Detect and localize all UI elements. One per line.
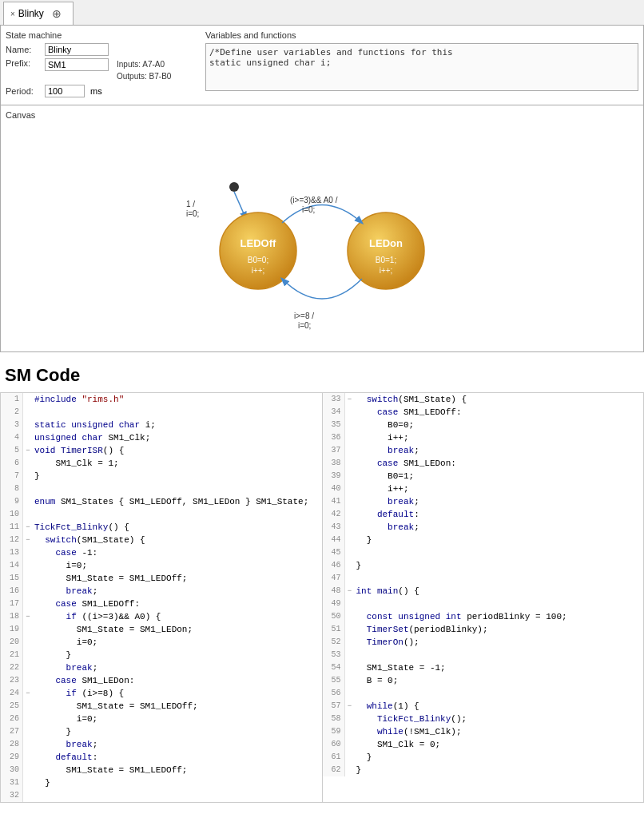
line-number: 6 — [1, 457, 23, 470]
code-panel: 1#include "rims.h"23static unsigned char… — [0, 392, 644, 803]
code-line-17: 17 case SM1_LEDOff: — [1, 598, 322, 610]
top-panel: State machine Name: Prefix: Inputs: A7-A… — [0, 26, 644, 105]
code-line-39: 39 B0=1; — [323, 470, 644, 482]
line-expand-icon[interactable]: − — [345, 585, 355, 598]
line-number: 27 — [1, 725, 23, 738]
period-input[interactable] — [45, 85, 85, 97]
code-line-29: 29 default: — [1, 751, 322, 764]
line-code-text: unsigned char SM1_Clk; — [33, 431, 322, 444]
line-expand-icon[interactable]: − — [23, 687, 33, 700]
line-number: 1 — [1, 393, 23, 406]
prefix-row: Prefix: Inputs: A7-A0 Outputs: B7-B0 — [6, 58, 197, 82]
line-number: 25 — [1, 700, 23, 713]
code-line-26: 26 i=0; — [1, 713, 322, 725]
prefix-input[interactable] — [45, 58, 109, 71]
tab-close-icon[interactable]: × — [10, 10, 15, 18]
line-code-text: default: — [33, 751, 322, 764]
svg-point-0 — [229, 182, 239, 192]
code-line-27: 27 } — [1, 725, 322, 738]
line-number: 29 — [1, 751, 23, 764]
line-number: 44 — [323, 534, 345, 546]
canvas-section: Canvas 1 / i=0; LEDOff B0=0; i++; — [0, 105, 644, 352]
line-code-text: SM1_State = SM1_LEDOff; — [33, 764, 322, 776]
line-number: 56 — [323, 687, 345, 700]
code-line-4: 4unsigned char SM1_Clk; — [1, 431, 322, 444]
code-line-58: 58 TickFct_Blinky(); — [323, 713, 644, 725]
line-code-text: TickFct_Blinky() { — [33, 521, 322, 534]
code-line-33: 33− switch(SM1_State) { — [323, 393, 644, 406]
state-machine-title: State machine — [6, 30, 197, 40]
canvas-area[interactable]: 1 / i=0; LEDOff B0=0; i++; LEDon B0=1; i… — [6, 123, 638, 347]
line-code-text: i++; — [355, 482, 644, 495]
canvas-title: Canvas — [6, 110, 638, 120]
line-code-text: break; — [355, 444, 644, 457]
code-line-7: 7} — [1, 470, 322, 482]
code-line-49: 49 — [323, 598, 644, 610]
line-code-text: if ((i>=3)&& A0) { — [33, 610, 322, 623]
line-number: 22 — [1, 661, 23, 674]
code-line-2: 2 — [1, 406, 322, 419]
tab-blinky[interactable]: × Blinky ⊕ — [3, 2, 74, 25]
line-code-text: TimerSet(periodBlinky); — [355, 623, 644, 636]
line-number: 52 — [323, 636, 345, 649]
line-code-text: SM1_State = SM1_LEDon; — [33, 623, 322, 636]
svg-text:LEDOff: LEDOff — [241, 237, 276, 249]
line-code-text: static unsigned char i; — [33, 419, 322, 431]
line-expand-icon[interactable]: − — [345, 700, 355, 713]
svg-text:i++;: i++; — [252, 266, 265, 275]
code-left-column: 1#include "rims.h"23static unsigned char… — [1, 393, 323, 802]
line-number: 62 — [323, 764, 345, 776]
svg-text:B0=1;: B0=1; — [376, 256, 396, 264]
line-number: 46 — [323, 559, 345, 572]
line-number: 30 — [1, 764, 23, 776]
line-expand-icon[interactable]: − — [345, 393, 355, 406]
line-expand-icon[interactable]: − — [23, 521, 33, 534]
line-code-text: SM1_Clk = 0; — [355, 738, 644, 751]
line-code-text: break; — [33, 738, 322, 751]
code-line-13: 13 case -1: — [1, 546, 322, 559]
code-line-56: 56 — [323, 687, 644, 700]
tab-add-icon[interactable]: ⊕ — [47, 5, 66, 22]
line-code-text: break; — [33, 585, 322, 598]
outputs-text: Outputs: B7-B0 — [117, 70, 171, 82]
code-line-51: 51 TimerSet(periodBlinky); — [323, 623, 644, 636]
line-number: 10 — [1, 508, 23, 521]
line-number: 45 — [323, 546, 345, 559]
line-number: 40 — [323, 482, 345, 495]
line-code-text: B0=0; — [355, 419, 644, 431]
line-code-text: SM1_Clk = 1; — [33, 457, 322, 470]
code-line-52: 52 TimerOn(); — [323, 636, 644, 649]
code-line-8: 8 — [1, 482, 322, 495]
line-number: 13 — [1, 546, 23, 559]
line-code-text: int main() { — [355, 585, 644, 598]
line-number: 59 — [323, 725, 345, 738]
svg-text:i++;: i++; — [380, 266, 393, 275]
code-line-20: 20 i=0; — [1, 636, 322, 649]
code-line-3: 3static unsigned char i; — [1, 419, 322, 431]
name-input[interactable] — [45, 43, 109, 56]
code-right-column: 33− switch(SM1_State) {34 case SM1_LEDOf… — [323, 393, 644, 802]
tab-label: Blinky — [18, 8, 44, 19]
line-number: 35 — [323, 419, 345, 431]
code-line-37: 37 break; — [323, 444, 644, 457]
line-code-text: case SM1_LEDOff: — [355, 406, 644, 419]
line-code-text: while(1) { — [355, 700, 644, 713]
variables-section: Variables and functions /*Define user va… — [205, 30, 638, 100]
line-number: 14 — [1, 559, 23, 572]
variables-box[interactable]: /*Define user variables and functions fo… — [205, 43, 638, 91]
period-row: Period: ms — [6, 85, 197, 97]
line-code-text: B = 0; — [355, 674, 644, 687]
svg-text:i=0;: i=0; — [302, 205, 315, 214]
line-code-text: const unsigned int periodBlinky = 100; — [355, 610, 644, 623]
code-line-5: 5−void TimerISR() { — [1, 444, 322, 457]
code-line-15: 15 SM1_State = SM1_LEDOff; — [1, 572, 322, 585]
line-number: 54 — [323, 661, 345, 674]
line-expand-icon[interactable]: − — [23, 534, 33, 546]
line-expand-icon[interactable]: − — [23, 444, 33, 457]
code-line-40: 40 i++; — [323, 482, 644, 495]
code-line-42: 42 default: — [323, 508, 644, 521]
period-unit: ms — [90, 86, 102, 96]
line-number: 50 — [323, 610, 345, 623]
line-expand-icon[interactable]: − — [23, 610, 33, 623]
code-line-59: 59 while(!SM1_Clk); — [323, 725, 644, 738]
